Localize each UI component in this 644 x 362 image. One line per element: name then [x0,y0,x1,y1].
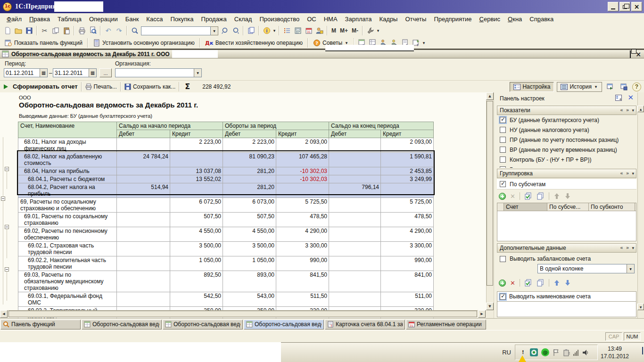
amount-cell[interactable]: -10 302,03 [276,167,329,175]
flag-tray-icon[interactable] [553,349,560,356]
find-next-icon[interactable] [219,25,230,36]
amount-cell[interactable]: 2 093,00 [381,138,434,153]
amount-cell[interactable]: 4 550,00 [170,227,223,242]
move-down-icon[interactable] [564,193,571,199]
sum-selected-button[interactable]: Σ [185,82,190,91]
account-name-cell[interactable]: 68.04.2, Расчет налога на прибыль [18,183,117,198]
amount-cell[interactable] [329,227,381,242]
menu-item[interactable]: НМА [320,14,341,24]
report-row[interactable]: 69.03.1, Федеральный фонд ОМС542,50543,0… [18,292,434,307]
by-subaccounts-row[interactable]: По субсчетам [497,179,636,189]
info-icon[interactable]: i [261,25,272,36]
messenger-tray-icon[interactable] [541,348,549,356]
menu-item[interactable]: Сервис [476,14,504,24]
amount-cell[interactable]: 543,00 [223,292,276,307]
uncheck-all-icon[interactable] [537,192,545,200]
document-restore-button[interactable] [630,51,631,58]
collapse-left-icon[interactable] [620,170,623,176]
by-subaccounts-checkbox[interactable] [500,181,506,187]
collapse-group-button[interactable] [5,225,9,229]
paste-icon[interactable] [61,25,72,36]
history-button[interactable]: История [557,82,602,92]
generate-report-button[interactable]: Сформировать отчет [4,83,78,90]
collapse-group-button[interactable] [1,197,5,201]
menu-item[interactable]: Производство [256,14,303,24]
scroll-down-button[interactable]: ▼ [486,303,494,310]
list-settings-icon[interactable] [281,25,292,36]
amount-cell[interactable] [329,292,381,307]
amount-cell[interactable]: 281,20 [223,183,276,198]
amount-cell[interactable]: 2 093,00 [276,138,329,153]
amount-cell[interactable] [329,153,381,167]
indicator-checkbox[interactable] [500,156,506,163]
section-indicators-header[interactable]: Показатели [497,106,636,115]
period-more-button[interactable]: ... [99,68,112,77]
amount-cell[interactable]: 511,50 [276,292,329,307]
report-row[interactable]: 68.04, Налог на прибыль13 037,08281,20-1… [18,167,434,175]
menu-item[interactable]: Кадры [376,14,402,24]
restore-button[interactable] [619,2,630,11]
amount-cell[interactable] [381,183,434,198]
memory-minus-button[interactable]: М- [350,27,360,34]
indicator-item[interactable]: БУ (данные бухгалтерского учета) [497,115,636,125]
off-balance-row[interactable]: Выводить забалансовые счета [497,254,636,264]
account-name-cell[interactable]: 68.01, Налог на доходы физических лиц [18,138,117,153]
amount-cell[interactable]: 3 249,99 [381,175,434,183]
delete-row-icon[interactable] [510,193,515,199]
report-row[interactable]: 69.02.2, Накопительная часть трудовой пе… [18,256,434,271]
amount-cell[interactable]: 841,50 [276,271,329,292]
account-name-cell[interactable]: 69.02.2, Накопительная часть трудовой пе… [18,256,117,271]
service-dropdown-icon[interactable] [376,28,380,33]
amount-cell[interactable]: 507,50 [170,213,223,227]
expand-right-icon[interactable] [626,170,629,176]
add-row-icon[interactable] [499,193,506,200]
indicator-item[interactable]: НУ (данные налогового учета) [497,125,636,135]
undo-icon[interactable]: ↶ [103,25,114,36]
new-document-icon[interactable] [2,25,13,36]
section-menu-icon[interactable] [632,170,634,176]
amount-cell[interactable]: 796,14 [329,183,381,198]
section-menu-icon[interactable] [632,107,634,113]
set-main-organization-button[interactable]: Установить основную организацию [90,38,198,48]
user-permissions-icon[interactable] [314,25,325,36]
amount-cell[interactable]: 13 552,02 [170,175,223,183]
amount-cell[interactable] [329,271,381,292]
collapse-group-button[interactable] [5,267,9,272]
find-previous-icon[interactable] [230,25,241,36]
amount-cell[interactable]: 5 725,00 [381,198,434,213]
enter-operation-button[interactable]: Дк Ввести хозяйственную операцию [202,38,305,48]
account-name-cell[interactable]: 68.04.1, Расчеты с бюджетом [18,175,117,183]
grid-column-header[interactable]: По субконто [589,203,635,211]
amount-cell[interactable]: 841,00 [381,271,434,292]
amount-cell[interactable]: 1 590,81 [381,153,434,167]
delete-row-icon[interactable] [510,280,515,286]
window-tab[interactable]: Оборотно-сальдовая ведом... [163,320,243,329]
search-dropdown-button[interactable] [211,26,218,35]
placement-dropdown-button[interactable] [627,264,634,273]
account-name-cell[interactable]: 69.02, Расчеты по пенсионному обеспечени… [18,227,117,242]
amount-cell[interactable]: 514,94 [117,183,170,198]
service-settings-icon[interactable] [365,25,376,36]
amount-cell[interactable]: 5 725,50 [276,198,329,213]
amount-cell[interactable]: 3 300,00 [276,242,329,256]
move-down-icon[interactable] [564,280,571,286]
amount-cell[interactable]: 990,00 [381,256,434,271]
collapse-left-icon[interactable] [620,107,623,113]
amount-cell[interactable] [329,175,381,183]
indicator-item[interactable]: Контроль (БУ - (НУ + ПР + ВР)) [497,155,636,165]
menu-item[interactable]: Таблица [54,14,85,24]
indicator-checkbox[interactable] [500,166,506,168]
amount-cell[interactable]: 4 290,00 [381,227,434,242]
panel-scroll-up-button[interactable]: ▲ [637,106,644,112]
report-row[interactable]: 68.02, Налог на добавленную стоимость24 … [18,153,434,167]
grid-column-header[interactable]: Счет [504,203,547,211]
amount-cell[interactable] [117,213,170,227]
show-desktop-button[interactable] [642,347,643,354]
amount-cell[interactable]: 81 090,23 [223,153,276,167]
move-up-icon[interactable] [553,280,560,286]
organization-dropdown-button[interactable] [194,69,201,77]
menu-item[interactable]: Касса [142,14,166,24]
history-dropdown-icon[interactable] [594,84,598,89]
vertical-scrollbar[interactable]: ▲ ▼ [486,92,494,310]
account-name-cell[interactable]: 68.02, Налог на добавленную стоимость [18,153,117,167]
